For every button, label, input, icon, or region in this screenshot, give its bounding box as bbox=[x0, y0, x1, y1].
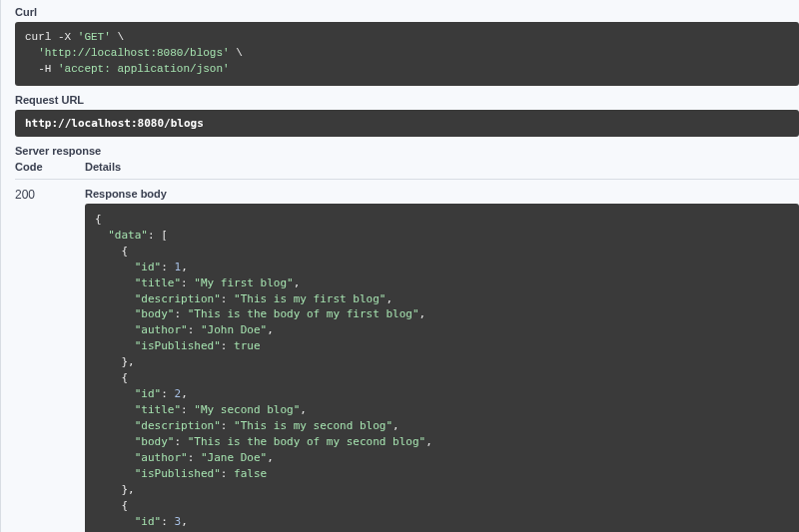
curl-label: Curl bbox=[15, 6, 799, 18]
details-column-header: Details bbox=[85, 161, 799, 173]
response-body-block[interactable]: { "data": [ { "id": 1, "title": "My firs… bbox=[85, 204, 799, 532]
response-body-label: Response body bbox=[85, 188, 799, 200]
response-row: 200 Response body { "data": [ { "id": 1,… bbox=[15, 186, 799, 532]
request-url-label: Request URL bbox=[15, 94, 799, 106]
request-url-block[interactable]: http://localhost:8080/blogs bbox=[15, 110, 799, 137]
status-code: 200 bbox=[15, 186, 85, 532]
curl-block[interactable]: curl -X 'GET' \ 'http://localhost:8080/b… bbox=[15, 22, 799, 86]
response-table-header: Code Details bbox=[15, 161, 799, 180]
server-response-label: Server response bbox=[15, 145, 799, 157]
code-column-header: Code bbox=[15, 161, 85, 173]
